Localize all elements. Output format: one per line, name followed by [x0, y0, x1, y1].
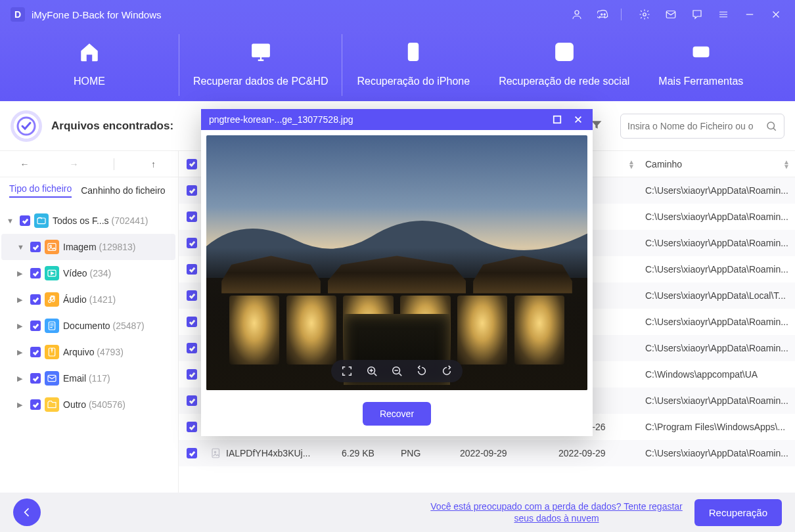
caret-icon: ▶ — [17, 296, 26, 304]
file-path: C:\Users\xiaoyr\AppData\Roamin... — [645, 343, 788, 353]
col-path-label: Caminho — [645, 159, 682, 169]
tree-item-label: Outro (540576) — [63, 399, 170, 410]
tree-checkbox[interactable] — [30, 294, 41, 305]
tab-pc-recovery[interactable]: Recuperar dados de PC&HD — [179, 29, 342, 101]
cloud-backup-link[interactable]: Você está preocupado com a perda de dado… — [430, 500, 682, 524]
tree-item-video[interactable]: ▶Vídeo (234) — [1, 260, 175, 286]
tree-item-folder[interactable]: ▶Outro (540576) — [1, 391, 175, 418]
file-path: C:\Users\xiaoyr\AppData\Roamin... — [645, 185, 788, 196]
preview-recover-button[interactable]: Recover — [363, 402, 431, 426]
tree-checkbox[interactable] — [30, 347, 41, 357]
tree-checkbox[interactable] — [30, 399, 41, 410]
tab-iphone-recovery[interactable]: Recuperação do iPhone — [342, 29, 484, 101]
file-type-tree: ▼Todos os F...s (702441)▼Imagem (129813)… — [0, 204, 178, 493]
recover-button[interactable]: Recuperação — [694, 499, 782, 526]
svg-point-25 — [214, 451, 216, 453]
menu-icon[interactable] — [715, 6, 732, 23]
more-icon — [690, 40, 712, 64]
sidebar-tabs: Tipo do ficheiro Canhinho do ficheiro — [0, 177, 178, 204]
tree-checkbox[interactable] — [30, 373, 41, 384]
archive-icon — [45, 345, 59, 359]
account-icon[interactable] — [568, 6, 585, 23]
sidebar-tab-file-type[interactable]: Tipo do ficheiro — [9, 183, 72, 198]
file-path: C:\Users\xiaoyr\AppData\Roamin... — [645, 395, 788, 406]
svg-point-17 — [50, 245, 52, 247]
search-box[interactable] — [620, 114, 784, 139]
tree-item-label: Imagem (129813) — [63, 242, 170, 252]
tab-home[interactable]: HOME — [0, 29, 179, 101]
minimize-icon[interactable] — [741, 6, 758, 23]
sort-icon[interactable]: ▲▼ — [628, 160, 635, 169]
row-checkbox[interactable] — [187, 211, 197, 222]
svg-rect-26 — [554, 116, 561, 123]
back-arrow-icon[interactable]: ← — [15, 159, 35, 169]
forward-arrow-icon[interactable]: → — [64, 159, 84, 169]
go-back-button[interactable] — [13, 499, 41, 526]
tree-item-label: Documento (25487) — [63, 321, 170, 331]
phone-icon — [402, 40, 424, 64]
folder-all-icon — [34, 213, 49, 228]
row-checkbox[interactable] — [187, 238, 197, 248]
file-path: C:\Users\xiaoyr\AppData\Local\T... — [645, 290, 786, 301]
row-checkbox[interactable] — [187, 343, 197, 353]
tree-checkbox[interactable] — [30, 321, 41, 331]
row-checkbox[interactable] — [187, 185, 197, 196]
tree-item-email[interactable]: ▶Email (117) — [1, 365, 175, 391]
audio-icon — [45, 292, 59, 307]
tree-item-label: Arquivo (4793) — [63, 347, 170, 357]
mail-icon[interactable] — [662, 6, 679, 23]
select-all-checkbox[interactable] — [187, 159, 197, 169]
image-icon — [45, 240, 59, 254]
tab-social-recovery[interactable]: Recuperação de rede social — [484, 29, 644, 101]
file-path: C:\Windows\appcompat\UA — [645, 369, 758, 380]
up-arrow-icon[interactable]: ↑ — [144, 159, 164, 169]
app-logo: D — [11, 7, 25, 22]
row-checkbox[interactable] — [187, 422, 197, 432]
rotate-left-icon[interactable] — [415, 365, 428, 378]
row-checkbox[interactable] — [187, 290, 197, 301]
settings-icon[interactable] — [636, 6, 653, 23]
file-size: 6.29 KB — [342, 448, 375, 458]
row-checkbox[interactable] — [187, 317, 197, 327]
rotate-right-icon[interactable] — [440, 365, 453, 378]
file-path: C:\Users\xiaoyr\AppData\Roamin... — [645, 264, 788, 275]
file-name: IALPDfYH4xb3KUj... — [226, 448, 310, 458]
fullscreen-icon[interactable] — [340, 365, 353, 378]
svg-point-3 — [643, 13, 647, 16]
discord-icon[interactable] — [595, 6, 612, 23]
preview-filename: pngtree-korean-...ge_13077528.jpg — [209, 114, 353, 125]
tree-checkbox[interactable] — [30, 242, 41, 252]
preview-close-icon[interactable] — [572, 115, 585, 124]
table-row[interactable]: IALPDfYH4xb3KUj...6.29 KBPNG2022-09-2920… — [179, 440, 795, 466]
row-checkbox[interactable] — [187, 395, 197, 406]
sidebar-tab-file-path[interactable]: Canhinho do ficheiro — [81, 185, 165, 196]
row-checkbox[interactable] — [187, 448, 197, 458]
tree-item-image[interactable]: ▼Imagem (129813) — [1, 234, 175, 260]
tab-more-tools[interactable]: Mais Ferramentas — [644, 29, 758, 101]
row-checkbox[interactable] — [187, 264, 197, 275]
file-path: C:\Program Files\WindowsApps\... — [645, 422, 785, 432]
tab-iphone-label: Recuperação do iPhone — [357, 76, 470, 87]
tree-checkbox[interactable] — [20, 215, 30, 226]
zoom-in-icon[interactable] — [365, 365, 378, 378]
preview-maximize-icon[interactable] — [551, 115, 564, 124]
caret-icon: ▶ — [17, 401, 26, 409]
tree-checkbox[interactable] — [30, 268, 41, 278]
close-icon[interactable] — [767, 6, 784, 23]
tree-item-audio[interactable]: ▶Áudio (1421) — [1, 286, 175, 313]
svg-rect-4 — [666, 11, 675, 18]
tree-item-folder-all[interactable]: ▼Todos os F...s (702441) — [1, 208, 175, 234]
tab-tools-label: Mais Ferramentas — [658, 76, 743, 87]
tree-item-doc[interactable]: ▶Documento (25487) — [1, 313, 175, 339]
feedback-icon[interactable] — [689, 6, 706, 23]
tree-item-archive[interactable]: ▶Arquivo (4793) — [1, 339, 175, 365]
footer: Você está preocupado com a perda de dado… — [0, 493, 795, 532]
progress-ring-icon — [11, 110, 42, 142]
tree-item-label: Vídeo (234) — [63, 268, 170, 278]
zoom-out-icon[interactable] — [390, 365, 403, 378]
search-input[interactable] — [627, 121, 765, 131]
sort-icon[interactable]: ▲▼ — [783, 160, 790, 169]
file-path: C:\Users\xiaoyr\AppData\Roamin... — [645, 448, 788, 458]
monitor-icon — [250, 40, 272, 64]
row-checkbox[interactable] — [187, 369, 197, 380]
